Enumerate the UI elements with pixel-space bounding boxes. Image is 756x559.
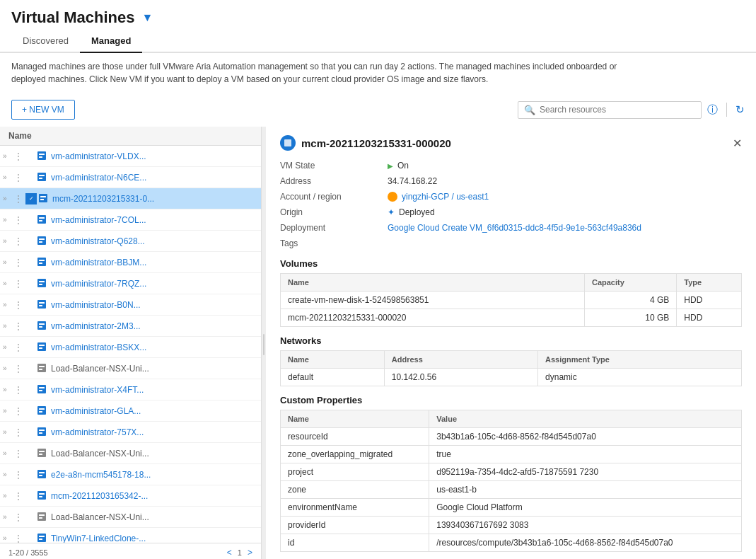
- context-menu-button[interactable]: ⋮: [14, 215, 25, 225]
- tab-managed[interactable]: Managed: [80, 30, 142, 53]
- list-item[interactable]: »⋮vm-administrator-7RQZ...: [0, 273, 261, 294]
- info-icon[interactable]: ⓘ: [707, 103, 718, 117]
- item-name: vm-administrator-X4FT...: [51, 385, 258, 395]
- list-item[interactable]: »⋮TinyWin7-LinkedClone-...: [0, 528, 261, 543]
- context-menu-button[interactable]: ⋮: [14, 491, 25, 501]
- svg-rect-28: [39, 345, 45, 346]
- context-menu-button[interactable]: ⋮: [14, 449, 25, 459]
- svg-rect-36: [37, 406, 46, 415]
- expand-button[interactable]: »: [3, 195, 14, 202]
- expand-button[interactable]: »: [3, 534, 14, 542]
- account-icon: [388, 192, 397, 202]
- expand-button[interactable]: »: [3, 258, 14, 266]
- expand-button[interactable]: »: [3, 173, 14, 181]
- list-item[interactable]: »⋮vm-administrator-N6CE...: [0, 167, 261, 188]
- prev-page-button[interactable]: <: [227, 548, 232, 558]
- list-item[interactable]: »⋮vm-administrator-GLA...: [0, 400, 261, 422]
- resizer-handle: [263, 334, 264, 355]
- deployment-link[interactable]: Google Cloud Create VM_6f6d0315-ddc8-4f5…: [388, 223, 641, 233]
- expand-button[interactable]: »: [3, 364, 14, 372]
- list-item[interactable]: »⋮Load-Balancer-NSX-Uni...: [0, 443, 261, 464]
- context-menu-button[interactable]: ⋮: [14, 342, 25, 352]
- item-name: vm-administrator-N6CE...: [51, 173, 258, 183]
- context-menu-button[interactable]: ⋮: [14, 406, 25, 416]
- expand-button[interactable]: »: [3, 407, 14, 415]
- list-item[interactable]: »⋮vm-administrator-BBJM...: [0, 252, 261, 273]
- expand-button[interactable]: »: [3, 492, 14, 500]
- volume-capacity: 10 GB: [584, 309, 676, 327]
- deployed-icon: ✦: [388, 207, 395, 217]
- expand-button[interactable]: »: [3, 301, 14, 309]
- context-menu-button[interactable]: ⋮: [14, 300, 25, 310]
- tab-discovered[interactable]: Discovered: [11, 30, 80, 53]
- context-menu-button[interactable]: ⋮: [14, 512, 25, 522]
- context-menu-button[interactable]: ⋮: [14, 364, 25, 374]
- expand-button[interactable]: »: [3, 343, 14, 351]
- next-page-button[interactable]: >: [248, 548, 252, 558]
- context-menu-button[interactable]: ⋮: [14, 534, 25, 543]
- expand-button[interactable]: »: [3, 152, 14, 160]
- list-item[interactable]: »⋮vm-administrator-X4FT...: [0, 379, 261, 400]
- svg-rect-1: [39, 154, 45, 155]
- list-item[interactable]: »⋮vm-administrator-757X...: [0, 422, 261, 443]
- list-item[interactable]: »⋮vm-administrator-2M3...: [0, 316, 261, 337]
- networks-section-title: Networks: [280, 335, 742, 346]
- custom-prop-value: Google Cloud Platform: [429, 499, 742, 517]
- expand-button[interactable]: »: [3, 471, 14, 478]
- context-menu-button[interactable]: ⋮: [14, 258, 25, 267]
- expand-button[interactable]: »: [3, 322, 14, 330]
- list-item[interactable]: »⋮vm-administrator-B0N...: [0, 294, 261, 316]
- custom-prop-value: 3b43b1a6-105c-4d68-8562-f84d545d07a0: [429, 428, 742, 446]
- list-item[interactable]: »⋮Load-Balancer-NSX-Uni...: [0, 507, 261, 528]
- svg-rect-53: [39, 517, 42, 519]
- detail-close-button[interactable]: ✕: [733, 137, 742, 150]
- table-row: resourceId3b43b1a6-105c-4d68-8562-f84d54…: [281, 428, 742, 446]
- item-name: vm-administrator-7COL...: [51, 215, 258, 225]
- list-item[interactable]: »⋮vm-administrator-7COL...: [0, 209, 261, 231]
- table-row: projectd952119a-7354-4dc2-afd5-71875591 …: [281, 463, 742, 481]
- context-menu-button[interactable]: ⋮: [14, 385, 25, 395]
- svg-rect-17: [39, 263, 42, 264]
- refresh-icon[interactable]: ↻: [735, 103, 745, 116]
- vm-icon: [37, 257, 48, 268]
- vm-state-value: ▶ On: [388, 161, 742, 171]
- context-menu-button[interactable]: ⋮: [14, 427, 25, 437]
- list-item[interactable]: »⋮vm-administrator-Q628...: [0, 231, 261, 252]
- list-item[interactable]: »⋮Load-Balancer-NSX-Uni...: [0, 358, 261, 379]
- svg-rect-46: [39, 472, 45, 473]
- svg-rect-12: [37, 236, 46, 245]
- table-row: providerId139340367167692 3083: [281, 517, 742, 534]
- list-item[interactable]: »⋮mcm-20211203165342-...: [0, 485, 261, 507]
- list-item[interactable]: »⋮e2e-a8n-mcm545178-18...: [0, 464, 261, 485]
- context-menu-button[interactable]: ⋮: [14, 173, 25, 183]
- context-menu-button[interactable]: ⋮: [14, 151, 25, 161]
- expand-button[interactable]: »: [3, 449, 14, 457]
- svg-rect-3: [37, 173, 46, 181]
- item-name: TinyWin7-LinkedClone-...: [51, 534, 258, 543]
- context-menu-button[interactable]: ⋮: [14, 279, 25, 289]
- expand-button[interactable]: »: [3, 428, 14, 436]
- new-vm-button[interactable]: + NEW VM: [11, 100, 75, 120]
- toolbar: + NEW VM 🔍 ⓘ ↻: [0, 93, 756, 127]
- expand-button[interactable]: »: [3, 280, 14, 287]
- vm-icon: [37, 405, 48, 417]
- origin-label: Origin: [280, 207, 379, 217]
- expand-button[interactable]: »: [3, 386, 14, 393]
- svg-rect-30: [37, 364, 46, 372]
- svg-rect-27: [37, 342, 46, 351]
- context-menu-button[interactable]: ⋮: [14, 321, 25, 331]
- expand-button[interactable]: »: [3, 237, 14, 245]
- list-item[interactable]: »⋮✓mcm-20211203215331-0...: [0, 188, 261, 209]
- custom-col-name: Name: [281, 410, 429, 428]
- address-value: 34.74.168.22: [388, 176, 742, 186]
- search-input[interactable]: [540, 105, 695, 115]
- expand-button[interactable]: »: [3, 513, 14, 521]
- context-menu-button[interactable]: ⋮: [14, 194, 25, 204]
- networks-table: Name Address Assignment Type default10.1…: [280, 350, 742, 386]
- filter-icon[interactable]: ▼: [141, 11, 153, 24]
- list-item[interactable]: »⋮vm-administrator-BSKX...: [0, 337, 261, 358]
- expand-button[interactable]: »: [3, 216, 14, 224]
- context-menu-button[interactable]: ⋮: [14, 236, 25, 246]
- context-menu-button[interactable]: ⋮: [14, 470, 25, 480]
- list-item[interactable]: »⋮vm-administrator-VLDX...: [0, 146, 261, 167]
